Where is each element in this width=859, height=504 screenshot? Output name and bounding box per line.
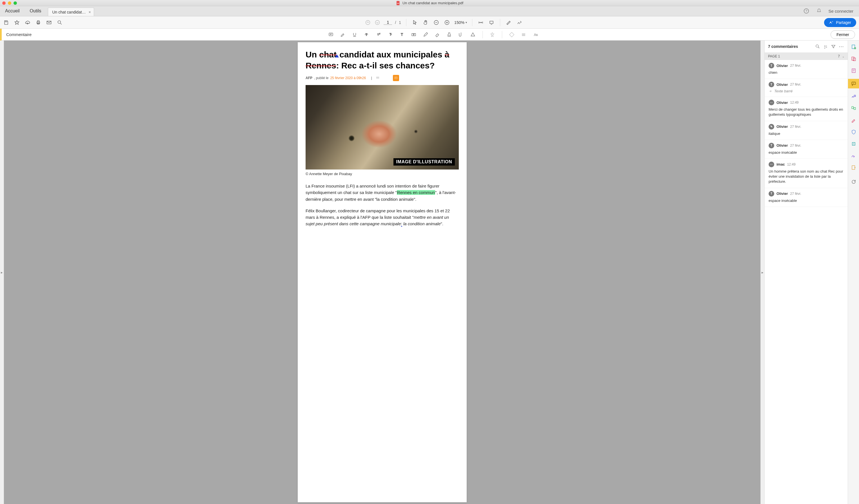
rail-protect-icon[interactable] (850, 128, 857, 136)
rail-comment-icon[interactable] (848, 79, 859, 88)
strikeout-icon[interactable]: T (363, 31, 370, 38)
svg-point-14 (830, 21, 831, 22)
line-weight-icon[interactable] (520, 31, 527, 38)
document-title: Un chat candidat aux municipales.pdf (403, 1, 463, 5)
hand-icon[interactable] (422, 19, 429, 26)
rail-compress-icon[interactable] (850, 140, 857, 148)
read-mode-icon[interactable] (488, 19, 495, 26)
article-title: Un chat candidat aux municipales à Renne… (305, 49, 459, 71)
comment-item[interactable]: TOlivier27 févr.espace insécable (765, 140, 848, 159)
page-strip-count: 7 (838, 54, 840, 58)
article-meta: AFP, publié le 25 février 2020 à 09h26 | (305, 75, 459, 81)
rail-create-pdf-icon[interactable]: + (850, 43, 857, 51)
share-label: Partager (836, 20, 851, 25)
zoom-out-icon[interactable] (433, 19, 440, 26)
svg-text:+: + (854, 47, 856, 49)
signin-link[interactable]: Se connecter (829, 9, 853, 14)
insert-mark[interactable]: : (401, 221, 402, 227)
comment-author: Olivier (777, 101, 788, 105)
replace-text-icon[interactable]: TT (375, 31, 382, 38)
zoom-select[interactable]: 150% ▾ (454, 20, 467, 25)
comment-item[interactable]: ⋯imac12:49Un homme prêtera son nom au ch… (765, 159, 848, 188)
color-icon[interactable] (508, 31, 515, 38)
sticky-note-marker[interactable] (393, 75, 399, 81)
cloud-icon[interactable] (24, 19, 31, 26)
textbox-icon[interactable]: T (410, 31, 417, 38)
help-icon[interactable]: ? (803, 8, 810, 14)
pdf-page[interactable]: Un chat candidat aux municipales à Renne… (298, 42, 467, 502)
titlebar: Un chat candidat aux municipales.pdf (0, 0, 859, 6)
share-button[interactable]: Partager (824, 18, 856, 27)
comment-item[interactable]: TOlivier27 févr.TTexte barré (765, 79, 848, 97)
stamp-icon[interactable] (446, 31, 453, 38)
avatar: T (769, 143, 774, 148)
close-window[interactable] (2, 1, 6, 5)
svg-text:T: T (401, 33, 403, 36)
comments-header: 7 commentaires (768, 44, 812, 49)
svg-rect-40 (852, 69, 855, 72)
right-panel-toggle[interactable]: ▸ (760, 41, 764, 504)
eraser-icon[interactable] (434, 31, 441, 38)
sign-icon[interactable] (516, 19, 523, 26)
underline-icon[interactable] (351, 31, 358, 38)
close-panel-button[interactable]: Fermer (831, 30, 855, 39)
rail-redact-icon[interactable] (850, 117, 857, 124)
comment-item[interactable]: ⋯Olivier12:49Merci de changer tous les g… (765, 97, 848, 121)
page-current-input[interactable] (383, 20, 392, 25)
highlighter-icon[interactable] (340, 31, 346, 38)
filter-icon[interactable] (831, 44, 836, 49)
zoom-value: 150% (454, 20, 464, 25)
rail-edit-icon[interactable] (850, 67, 857, 74)
rail-sign-icon[interactable] (850, 152, 857, 159)
right-tool-rail: + (848, 41, 859, 504)
pointer-icon[interactable] (411, 19, 418, 26)
svg-point-15 (832, 21, 833, 22)
pin-icon[interactable] (489, 31, 496, 38)
zoom-in-icon[interactable] (443, 19, 450, 26)
svg-text:T: T (390, 33, 391, 36)
minimize-window[interactable] (8, 1, 11, 5)
font-icon[interactable]: Aa (532, 31, 539, 38)
comments-page-strip[interactable]: PAGE 1 7 ⌄ (765, 53, 848, 60)
comment-timestamp: 12:49 (787, 163, 796, 166)
comment-item[interactable]: ✎Olivier27 févr.italique (765, 121, 848, 140)
rail-organize-icon[interactable] (850, 105, 857, 112)
attach-icon[interactable] (458, 31, 464, 38)
avatar: T (769, 82, 774, 87)
search-comments-icon[interactable] (815, 44, 820, 49)
text-icon[interactable]: T (398, 31, 405, 38)
star-icon[interactable] (14, 19, 20, 26)
sticky-note-icon[interactable] (328, 31, 334, 38)
more-icon[interactable]: ⋯ (839, 43, 844, 49)
comment-item[interactable]: TOlivier27 févr.chien (765, 60, 848, 79)
svg-rect-38 (852, 57, 854, 60)
rail-fill-sign-icon[interactable] (850, 93, 857, 100)
tab-home[interactable]: Accueil (0, 6, 25, 16)
fit-width-icon[interactable] (477, 19, 484, 26)
bell-icon[interactable] (816, 8, 822, 14)
rail-more-tools-icon[interactable] (850, 178, 857, 185)
pencil-icon[interactable] (422, 31, 429, 38)
tab-document[interactable]: Un chat candidat… × (48, 7, 94, 16)
save-icon[interactable] (3, 19, 10, 26)
article-body: La France insoumise (LFI) a annoncé lund… (305, 183, 459, 227)
mail-icon[interactable] (46, 19, 52, 26)
print-icon[interactable] (35, 19, 42, 26)
insert-text-icon[interactable]: T (387, 31, 393, 38)
tab-tools[interactable]: Outils (25, 6, 46, 16)
highlight-icon[interactable] (505, 19, 512, 26)
left-panel-toggle[interactable]: ▸ (0, 41, 4, 504)
comments-list: TOlivier27 févr.chienTOlivier27 févr.TTe… (765, 60, 848, 504)
search-icon[interactable] (56, 19, 63, 26)
comment-item[interactable]: TOlivier27 févr.espace insécable (765, 188, 848, 207)
highlight-rennes[interactable]: Rennes en commun (397, 190, 435, 195)
rail-export-icon[interactable] (850, 164, 857, 171)
rail-combine-icon[interactable] (850, 55, 857, 62)
page-up-icon[interactable] (364, 19, 371, 26)
sort-icon[interactable]: AZ (823, 44, 828, 49)
maximize-window[interactable] (14, 1, 17, 5)
comment-timestamp: 27 févr. (790, 82, 801, 87)
shapes-icon[interactable] (469, 31, 476, 38)
page-down-icon[interactable] (374, 19, 381, 26)
tab-close-icon[interactable]: × (89, 10, 91, 14)
